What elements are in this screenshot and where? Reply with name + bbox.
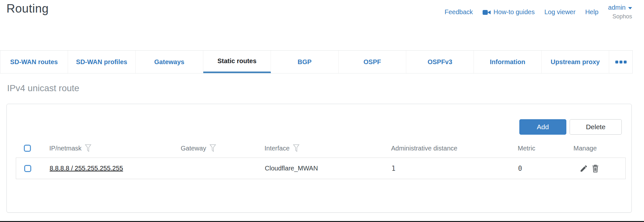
admin-dropdown[interactable]: admin: [608, 4, 632, 11]
col-gateway: Gateway: [181, 145, 206, 152]
user-menu: admin Sophos: [608, 4, 632, 20]
table-row: 8.8.8.8 / 255.255.255.255 Cloudflare_MWA…: [16, 158, 626, 179]
delete-button[interactable]: Delete: [570, 119, 622, 135]
route-admin-distance: 1: [391, 165, 518, 172]
manage-cell: [574, 164, 625, 173]
col-administrative-distance: Administrative distance: [391, 145, 457, 152]
routing-tab-bar: SD-WAN routes SD-WAN profiles Gateways S…: [0, 50, 633, 73]
more-tabs-button[interactable]: [609, 51, 632, 73]
col-metric: Metric: [518, 145, 535, 152]
org-label: Sophos: [612, 13, 632, 20]
tab-sd-wan-profiles[interactable]: SD-WAN profiles: [68, 51, 136, 73]
row-checkbox[interactable]: [24, 165, 31, 172]
ellipsis-icon: [615, 61, 627, 63]
table-toolbar: Add Delete: [519, 119, 622, 135]
filter-icon[interactable]: [293, 144, 300, 152]
tab-ospf[interactable]: OSPF: [339, 51, 406, 73]
video-camera-icon: [483, 9, 491, 15]
tab-information[interactable]: Information: [474, 51, 542, 73]
section-title: IPv4 unicast route: [7, 83, 79, 93]
route-interface: Cloudflare_MWAN: [265, 165, 391, 172]
log-viewer-link[interactable]: Log viewer: [544, 8, 576, 16]
help-link[interactable]: Help: [585, 8, 598, 16]
static-routes-card: Add Delete IP/netmask Gateway: [6, 104, 632, 213]
tab-static-routes[interactable]: Static routes: [203, 51, 271, 73]
tab-sd-wan-routes[interactable]: SD-WAN routes: [0, 51, 68, 73]
edit-icon[interactable]: [580, 164, 588, 173]
col-manage: Manage: [573, 145, 597, 152]
tab-bgp[interactable]: BGP: [271, 51, 339, 73]
col-interface: Interface: [264, 145, 290, 152]
add-button[interactable]: Add: [519, 119, 566, 135]
page-header: Routing Feedback How-to guides Log viewe…: [0, 0, 644, 50]
routing-page: Routing Feedback How-to guides Log viewe…: [0, 0, 644, 222]
col-ip-netmask: IP/netmask: [49, 145, 82, 152]
page-title: Routing: [6, 2, 49, 15]
route-metric: 0: [518, 165, 574, 172]
tab-ospfv3[interactable]: OSPFv3: [406, 51, 474, 73]
chevron-down-icon: [628, 7, 632, 9]
filter-icon[interactable]: [209, 144, 216, 152]
table-header-row: IP/netmask Gateway Interface: [16, 139, 626, 158]
tab-upstream-proxy[interactable]: Upstream proxy: [542, 51, 609, 73]
tab-gateways[interactable]: Gateways: [136, 51, 203, 73]
top-nav: Feedback How-to guides Log viewer Help a…: [445, 4, 632, 20]
filter-icon[interactable]: [85, 144, 91, 152]
select-all-checkbox[interactable]: [24, 145, 31, 152]
route-ip-link[interactable]: 8.8.8.8 / 255.255.255.255: [50, 165, 123, 172]
feedback-link[interactable]: Feedback: [445, 8, 473, 16]
how-to-guides-link[interactable]: How-to guides: [483, 8, 535, 16]
routes-table: IP/netmask Gateway Interface: [16, 139, 626, 179]
delete-icon[interactable]: [592, 164, 599, 173]
